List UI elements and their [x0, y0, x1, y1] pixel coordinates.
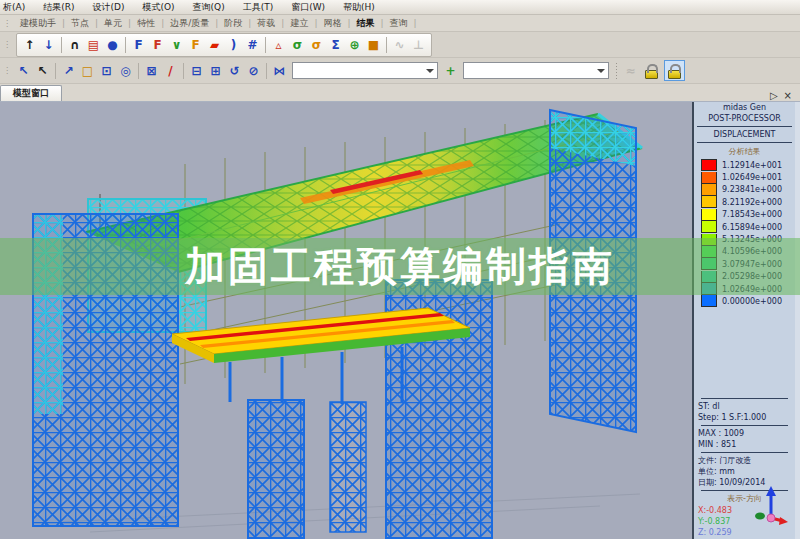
select-all-icon[interactable]: ◎ — [116, 62, 135, 80]
solid-stress-ring-icon[interactable]: ⊕ — [345, 36, 364, 54]
model-window-tab-bar: 模型窗口 ▷ × — [0, 84, 800, 102]
plate-stress-icon[interactable]: # — [243, 36, 262, 54]
menu-window[interactable]: 窗口(W) — [282, 0, 334, 15]
axis-triad-icon — [749, 484, 789, 528]
menu-analysis[interactable]: 析(A) — [0, 0, 34, 15]
displacement-contour-icon[interactable]: ▤ — [84, 36, 103, 54]
tab-load[interactable]: 荷载 — [251, 16, 281, 31]
select-window-icon[interactable]: ↗ — [59, 62, 78, 80]
walk-through-icon: ≈ — [621, 62, 640, 80]
zoom-window-icon[interactable]: ⊠ — [142, 62, 161, 80]
toolbar-separator — [125, 37, 126, 53]
tab-stage[interactable]: 阶段 — [218, 16, 248, 31]
stress-contour-icon[interactable]: ▰ — [205, 36, 224, 54]
tab-mesh[interactable]: 网格 — [317, 16, 347, 31]
menu-design[interactable]: 设计(D) — [83, 0, 133, 15]
beam-detail-stress-icon[interactable]: σ — [288, 36, 307, 54]
legend-value: 6.15894e+000 — [722, 222, 782, 233]
results-toolbar: ⋮ ↑↓∩▤●FF∨F▰)#▵σσΣ⊕■∿⊥ — [0, 32, 800, 58]
unselect-window-icon[interactable]: ⊟ — [187, 62, 206, 80]
panel-app-title: midas Gen — [694, 102, 795, 113]
truss-force-icon[interactable]: F — [129, 36, 148, 54]
named-view-combobox[interactable] — [463, 62, 609, 79]
tab-close-button[interactable]: × — [784, 90, 792, 101]
toolbar-separator — [386, 37, 387, 53]
file-label: 文件: 门厅改造 — [698, 455, 791, 466]
local-direction-force-icon[interactable]: Σ — [326, 36, 345, 54]
lock-model-icon-glyph — [668, 70, 681, 79]
toolbar-separator — [61, 37, 62, 53]
truss-stress-icon[interactable]: ▵ — [269, 36, 288, 54]
tab-separator: | — [414, 18, 417, 28]
beam-stress-icon[interactable]: ) — [224, 36, 243, 54]
unlock-model-icon[interactable] — [641, 60, 662, 81]
legend-row: 8.21192e+000 — [694, 196, 795, 208]
reaction-forces-icon[interactable]: ↑ — [20, 36, 39, 54]
model-3d-viewport[interactable] — [0, 102, 692, 539]
quick-query-combobox[interactable] — [292, 62, 438, 79]
panel-subtitle: POST-PROCESSOR — [694, 113, 795, 124]
menu-results[interactable]: 结果(R) — [34, 0, 83, 15]
plate-force-icon[interactable]: F — [186, 36, 205, 54]
coordinate-system-icon[interactable]: + — [441, 62, 460, 80]
selection-toolbar-group: ↖↖↗□⊡◎⊠/⊟⊞↺⊘⋈+≈ — [14, 60, 686, 81]
main-area: midas Gen POST-PROCESSOR DISPLACEMENT 分析… — [0, 102, 800, 539]
tab-modeling-wizard[interactable]: 建模助手 — [14, 16, 62, 31]
tab-results[interactable]: 结果 — [350, 16, 380, 31]
divider — [697, 142, 792, 143]
tab-model-window[interactable]: 模型窗口 — [0, 85, 62, 101]
toolbar-grip-2[interactable]: ⋮ — [0, 66, 14, 75]
analysis-result-label: 分析结果 — [694, 146, 795, 157]
menu-query[interactable]: 查询(Q) — [184, 0, 234, 15]
tab-scroll-button[interactable]: ▷ — [770, 90, 778, 101]
solid-stress-cube-icon[interactable]: ■ — [364, 36, 383, 54]
divider — [701, 452, 788, 453]
menu-bar: 析(A)结果(R)设计(D)模式(O)查询(Q)工具(T)窗口(W)帮助(H) — [0, 0, 800, 15]
select-previous-icon[interactable]: □ — [78, 62, 97, 80]
select-polygon-icon[interactable]: ↖ — [33, 62, 52, 80]
select-intersect-icon[interactable]: ⋈ — [270, 62, 289, 80]
legend-value: 7.18543e+000 — [722, 209, 782, 220]
legend-swatch — [701, 184, 717, 196]
toolbar-separator — [615, 63, 618, 79]
legend-swatch — [701, 209, 717, 221]
legend-swatch — [701, 196, 717, 208]
legend-value: 8.21192e+000 — [722, 197, 782, 208]
legend-swatch — [701, 172, 717, 184]
tab-property[interactable]: 特性 — [131, 16, 161, 31]
deformed-shape-icon[interactable]: ∩ — [65, 36, 84, 54]
activate-icon[interactable]: / — [161, 62, 180, 80]
select-plane-icon[interactable]: ⊡ — [97, 62, 116, 80]
select-single-icon[interactable]: ↖ — [14, 62, 33, 80]
unselect-all-icon[interactable]: ⊘ — [244, 62, 263, 80]
vibration-mode-icon[interactable]: ● — [103, 36, 122, 54]
menu-mode[interactable]: 模式(O) — [133, 0, 183, 15]
toolbar-grip[interactable]: ⋮ — [0, 40, 14, 49]
tab-boundary-mass[interactable]: 边界/质量 — [164, 16, 215, 31]
watermark-band: 加固工程预算编制指南 — [0, 238, 800, 295]
results-toolbar-group: ↑↓∩▤●FF∨F▰)#▵σσΣ⊕■∿⊥ — [16, 33, 432, 57]
menu-help[interactable]: 帮助(H) — [334, 0, 384, 15]
divider — [701, 425, 788, 426]
load-case-label: ST: dl — [698, 401, 791, 412]
tab-element[interactable]: 单元 — [98, 16, 128, 31]
search-reaction-icon[interactable]: ↓ — [39, 36, 58, 54]
beam-force-icon[interactable]: F — [148, 36, 167, 54]
lock-model-icon[interactable] — [664, 60, 685, 81]
unselect-polygon-icon[interactable]: ⊞ — [206, 62, 225, 80]
view-direction-z: Z: 0.259 — [698, 527, 791, 538]
divider — [701, 398, 788, 399]
legend-row: 1.02649e+001 — [694, 171, 795, 183]
unselect-previous-icon[interactable]: ↺ — [225, 62, 244, 80]
menu-tools[interactable]: 工具(T) — [234, 0, 283, 15]
panel-mode-label: DISPLACEMENT — [694, 129, 795, 140]
tab-model-window-label: 模型窗口 — [13, 87, 49, 100]
ribbon-tab-bar: ⋮建模助手|节点|单元|特性|边界/质量|阶段|荷载|建立|网格|结果|查询| — [0, 15, 800, 32]
plate-detail-stress-icon[interactable]: σ — [307, 36, 326, 54]
tab-node[interactable]: 节点 — [65, 16, 95, 31]
post-processor-panel: midas Gen POST-PROCESSOR DISPLACEMENT 分析… — [692, 102, 800, 539]
tab-query[interactable]: 查询 — [384, 16, 414, 31]
tabbar-grip[interactable]: ⋮ — [0, 19, 14, 28]
tab-create[interactable]: 建立 — [284, 16, 314, 31]
beam-diagram-icon[interactable]: ∨ — [167, 36, 186, 54]
